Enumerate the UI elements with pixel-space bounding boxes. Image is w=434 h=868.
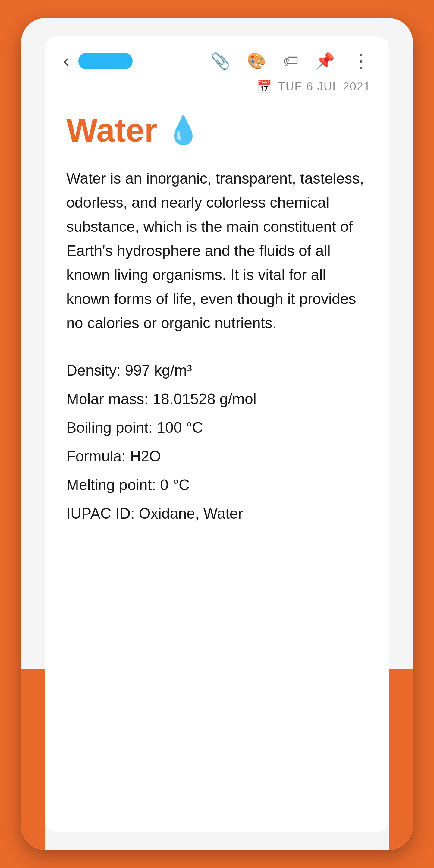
- phone-container: ‹ 📎 🎨 🏷 📌 ⋮ 📅 TUE 6 JUL 2021 Water 💧 Wat…: [21, 18, 413, 850]
- more-icon[interactable]: ⋮: [351, 51, 371, 70]
- back-button[interactable]: ‹: [63, 52, 69, 70]
- water-drop-icon: 💧: [166, 117, 200, 144]
- note-body[interactable]: Water is an inorganic, transparent, tast…: [66, 166, 368, 335]
- calendar-icon: 📅: [257, 80, 272, 94]
- fact-melting-point: Melting point: 0 °C: [66, 471, 368, 499]
- fact-density: Density: 997 kg/m³: [66, 356, 368, 385]
- date-row: 📅 TUE 6 JUL 2021: [45, 80, 389, 106]
- orange-bg-right: [389, 669, 413, 850]
- label-icon[interactable]: 🏷: [283, 53, 299, 69]
- orange-bg-left: [21, 669, 45, 850]
- toolbar: ‹ 📎 🎨 🏷 📌 ⋮: [45, 36, 389, 80]
- note-content: Water 💧 Water is an inorganic, transpare…: [45, 106, 389, 832]
- palette-icon[interactable]: 🎨: [247, 53, 267, 69]
- fact-molar-mass: Molar mass: 18.01528 g/mol: [66, 385, 368, 413]
- note-title: Water: [66, 112, 157, 148]
- pin-icon[interactable]: 📌: [315, 53, 335, 69]
- fact-iupac-id: IUPAC ID: Oxidane, Water: [66, 499, 368, 528]
- note-card: ‹ 📎 🎨 🏷 📌 ⋮ 📅 TUE 6 JUL 2021 Water 💧 Wat…: [45, 36, 389, 832]
- note-facts: Density: 997 kg/m³ Molar mass: 18.01528 …: [66, 356, 368, 528]
- attachment-icon[interactable]: 📎: [211, 53, 230, 69]
- toolbar-icons: 📎 🎨 🏷 📌 ⋮: [211, 51, 371, 70]
- fact-boiling-point: Boiling point: 100 °C: [66, 413, 368, 442]
- color-pill[interactable]: [79, 53, 133, 69]
- fact-formula: Formula: H2O: [66, 442, 368, 471]
- note-title-row: Water 💧: [66, 112, 368, 148]
- back-arrow-icon: ‹: [63, 52, 69, 70]
- date-label: TUE 6 JUL 2021: [278, 80, 371, 93]
